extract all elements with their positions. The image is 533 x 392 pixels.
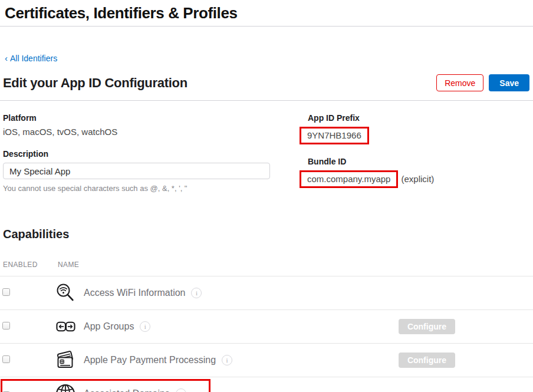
platform-value: iOS, macOS, tvOS, watchOS bbox=[3, 127, 308, 137]
apple-pay-icon bbox=[54, 351, 77, 370]
app-id-prefix-label: App ID Prefix bbox=[308, 113, 533, 123]
app-groups-icon bbox=[54, 319, 77, 334]
info-icon[interactable]: i bbox=[176, 388, 186, 392]
platform-label: Platform bbox=[3, 113, 308, 123]
capabilities-heading: Capabilities bbox=[3, 228, 533, 241]
capability-checkbox[interactable]: ✔ bbox=[2, 288, 10, 296]
capability-checkbox[interactable]: ✔ bbox=[2, 322, 10, 330]
platform-field: Platform iOS, macOS, tvOS, watchOS bbox=[3, 113, 308, 137]
column-header-enabled: ENABLED bbox=[3, 261, 58, 269]
globe-icon bbox=[54, 383, 77, 392]
annotation-box: com.company.myapp bbox=[300, 170, 398, 188]
back-link[interactable]: ‹All Identifiers bbox=[5, 54, 57, 63]
description-field: Description You cannot use special chara… bbox=[3, 149, 308, 193]
bundle-id-label: Bundle ID bbox=[308, 157, 533, 166]
capability-name: App Groups bbox=[84, 321, 134, 332]
description-input[interactable] bbox=[3, 163, 270, 179]
app-id-prefix-value: 9YN7HB1966 bbox=[307, 130, 361, 140]
wifi-search-icon bbox=[54, 283, 77, 303]
editor-heading: Edit your App ID Configuration bbox=[3, 75, 187, 91]
annotation-box: 9YN7HB1966 bbox=[300, 127, 369, 144]
capability-name: Access WiFi Information bbox=[84, 288, 185, 298]
info-glyph: i bbox=[226, 357, 228, 364]
bundle-id-field: Bundle ID com.company.myapp(explicit) bbox=[308, 157, 533, 188]
app-id-prefix-field: App ID Prefix 9YN7HB1966 bbox=[308, 113, 533, 144]
table-row-app-groups: ✔ App Groups i Configure bbox=[0, 310, 533, 344]
capability-checkbox[interactable]: ✔ bbox=[2, 355, 10, 363]
configure-button[interactable]: Configure bbox=[399, 353, 455, 368]
column-header-name: NAME bbox=[58, 261, 79, 269]
info-icon[interactable]: i bbox=[222, 355, 232, 365]
capabilities-table: ✔ Access WiFi Information i ✔ bbox=[0, 276, 533, 392]
chevron-left-icon: ‹ bbox=[5, 53, 8, 63]
info-icon[interactable]: i bbox=[191, 288, 202, 298]
configure-button[interactable]: Configure bbox=[399, 319, 455, 334]
editor-actions: Remove Save bbox=[436, 74, 529, 91]
bundle-id-value: com.company.myapp bbox=[307, 174, 390, 184]
remove-button[interactable]: Remove bbox=[436, 74, 483, 91]
table-row-associated-domains: ✔ Associated Domains i bbox=[0, 377, 533, 392]
page-header: Certificates, Identifiers & Profiles bbox=[0, 0, 533, 27]
bundle-id-suffix: (explicit) bbox=[401, 174, 434, 184]
description-label: Description bbox=[3, 149, 308, 159]
back-link-label: All Identifiers bbox=[10, 54, 57, 63]
info-glyph: i bbox=[144, 323, 146, 330]
info-glyph: i bbox=[196, 289, 198, 297]
capability-name: Apple Pay Payment Processing bbox=[84, 355, 216, 365]
app-id-form: Platform iOS, macOS, tvOS, watchOS Descr… bbox=[0, 101, 533, 205]
capability-name: Associated Domains bbox=[84, 388, 170, 392]
page-title: Certificates, Identifiers & Profiles bbox=[5, 4, 528, 22]
description-help-text: You cannot use special characters such a… bbox=[3, 184, 308, 193]
breadcrumb: ‹All Identifiers bbox=[5, 53, 533, 64]
table-row-apple-pay: ✔ Apple Pay Payment Processing i Configu… bbox=[0, 344, 533, 377]
capabilities-table-header: ENABLED NAME bbox=[0, 261, 533, 269]
save-button[interactable]: Save bbox=[489, 74, 529, 91]
info-icon[interactable]: i bbox=[140, 321, 150, 332]
table-row-access-wifi: ✔ Access WiFi Information i bbox=[0, 276, 533, 310]
editor-header: Edit your App ID Configuration Remove Sa… bbox=[0, 74, 533, 91]
